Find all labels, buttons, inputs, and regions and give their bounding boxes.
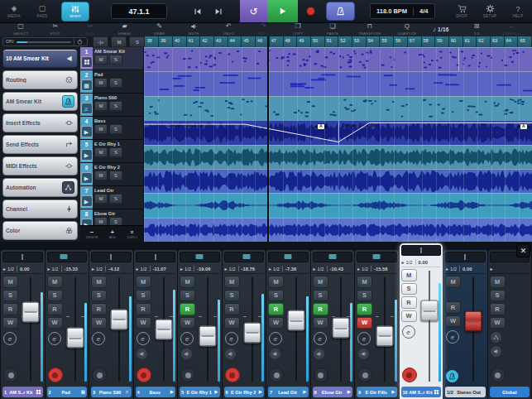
record-arm-button[interactable] xyxy=(269,368,284,382)
channel-edit-button[interactable]: e xyxy=(269,332,282,345)
volume-fader[interactable] xyxy=(332,318,349,339)
playtri-icon[interactable]: ▶ xyxy=(81,219,93,225)
tool-mute[interactable]: MUTE xyxy=(185,23,203,36)
output-routing[interactable]: ▸1/2-19.06 xyxy=(180,264,220,274)
tempo-display[interactable]: 118.0 BPM 4/4 xyxy=(370,3,435,19)
channel-edit-button[interactable]: e xyxy=(314,332,327,345)
automation-marker[interactable]: A xyxy=(517,123,530,130)
write-automation-button[interactable]: W xyxy=(2,317,18,329)
track-solo-button[interactable]: S xyxy=(109,147,122,157)
inspector-midi-effects-button[interactable]: MIDI Effects xyxy=(2,156,78,175)
output-routing[interactable]: ▸1/2-7.36 xyxy=(268,264,309,274)
mute-button[interactable]: M xyxy=(268,276,284,288)
channel-edit-button[interactable]: e xyxy=(3,332,17,345)
read-automation-button[interactable]: R xyxy=(490,303,506,315)
drumpads-icon[interactable] xyxy=(81,56,93,68)
channel-edit-button[interactable]: e xyxy=(357,332,371,345)
read-automation-button[interactable]: R xyxy=(268,303,284,315)
output-routing[interactable]: ▸1/20.00 xyxy=(401,257,442,267)
metronome-button[interactable] xyxy=(446,370,458,382)
channel-edit-button[interactable]: e xyxy=(446,330,459,344)
channel-label[interactable]: 3Piano S90♬ xyxy=(91,387,132,397)
channel-edit-button[interactable]: e xyxy=(48,332,61,345)
mute-button[interactable]: M xyxy=(357,276,372,288)
track-solo-button[interactable]: S xyxy=(109,101,122,111)
channel-label[interactable]: 8Ebow Gtr▶ xyxy=(313,387,353,397)
volume-fader[interactable] xyxy=(288,310,305,331)
read-automation-button[interactable]: R xyxy=(445,301,461,314)
tool-draw[interactable]: ✎DRAW xyxy=(151,23,169,36)
add-track-button[interactable]: +ADD xyxy=(109,229,116,239)
clip-am-smear-kit-1[interactable] xyxy=(144,48,532,71)
read-automation-button[interactable]: R xyxy=(357,303,372,315)
solo-button[interactable]: S xyxy=(357,290,372,302)
mute-button[interactable]: M xyxy=(445,276,461,288)
ruler-bar-58[interactable]: 58 xyxy=(422,36,436,47)
track-row-6[interactable]: 6▶E Gtr Rhy 2MS xyxy=(80,163,143,186)
monitor-button[interactable] xyxy=(270,349,280,359)
track-solo-button[interactable]: S xyxy=(109,124,122,134)
channel-label[interactable]: 1AM S..r Kit xyxy=(2,387,43,397)
clip-piano-s90-1[interactable] xyxy=(144,97,532,120)
tool-quantize-value[interactable]: ♪1/16 xyxy=(433,26,451,33)
ruler-bar-47[interactable]: 47 xyxy=(270,36,284,47)
channel-label[interactable]: 5E Gtr Rhy 1▶ xyxy=(180,387,220,397)
inspector-insert-effects-button[interactable]: Insert Effects xyxy=(2,113,78,132)
ruler-bar-43[interactable]: 43 xyxy=(214,36,228,47)
ruler-bar-64[interactable]: 64 xyxy=(505,36,519,47)
channel-label[interactable]: 7Lead Gtr▶ xyxy=(268,387,309,397)
track-mute-button[interactable]: M xyxy=(94,101,108,111)
pan-control[interactable] xyxy=(136,252,176,262)
solo-button[interactable]: S xyxy=(47,290,63,302)
mute-button[interactable]: M xyxy=(401,269,417,281)
record-arm-button[interactable] xyxy=(137,368,151,382)
record-arm-button[interactable] xyxy=(48,368,63,382)
solo-button[interactable]: S xyxy=(136,290,151,302)
ruler-bar-44[interactable]: 44 xyxy=(228,36,242,47)
record-arm-button[interactable] xyxy=(3,368,18,382)
channel-label[interactable]: 1/2Stereo Out xyxy=(445,387,486,397)
channel-label[interactable]: 9E Gtr Fills▶ xyxy=(357,387,397,397)
track-mute-button[interactable]: M xyxy=(94,194,108,204)
read-automation-button[interactable]: R xyxy=(224,303,240,315)
time-position-display[interactable]: 47.1.1 xyxy=(111,3,167,19)
synth-icon[interactable]: ▦ xyxy=(81,79,93,91)
clip-e-gtr-rhy-1-1[interactable] xyxy=(144,146,532,169)
ruler-bar-49[interactable]: 49 xyxy=(297,36,311,47)
track-row-5[interactable]: 5▶E Gtr Rhy 1MS xyxy=(80,140,143,163)
track-solo-button[interactable]: S xyxy=(109,194,122,204)
delete-track-button[interactable]: −DELETE xyxy=(86,229,98,239)
tool-split[interactable]: ✂SPLIT xyxy=(46,23,65,36)
ruler-bar-45[interactable]: 45 xyxy=(242,36,256,47)
record-button[interactable] xyxy=(298,0,323,22)
monitor-button[interactable] xyxy=(225,349,236,359)
track-mute-button[interactable]: M xyxy=(94,171,108,180)
write-automation-button[interactable]: W xyxy=(136,317,151,329)
solo-button[interactable]: S xyxy=(2,290,18,302)
write-automation-button[interactable]: W xyxy=(445,315,461,328)
clip-bass-1[interactable]: Smear - Bass Gtr xyxy=(144,121,338,144)
track-row-4[interactable]: 4▶BassMS xyxy=(80,117,143,140)
track-row-3[interactable]: 3♬Piano S90MS xyxy=(80,94,143,117)
channel-label[interactable]: Global xyxy=(490,387,530,397)
shop-button[interactable]: SHOP xyxy=(448,4,476,18)
volume-fader[interactable] xyxy=(22,301,40,322)
play-button[interactable] xyxy=(267,0,298,22)
ruler-bar-65[interactable]: 65 xyxy=(518,36,532,47)
ruler-bar-52[interactable]: 52 xyxy=(338,36,352,47)
write-automation-button[interactable]: W xyxy=(268,317,284,329)
write-automation-button[interactable]: W xyxy=(313,317,328,329)
monitor-button[interactable] xyxy=(314,349,324,359)
global-mute-button[interactable]: M xyxy=(111,36,127,47)
track-row-1[interactable]: 1AM Smear KitMS xyxy=(80,47,143,70)
ruler-bar-63[interactable]: 63 xyxy=(491,36,505,47)
ruler-bar-60[interactable]: 60 xyxy=(449,36,463,47)
channel-label[interactable]: 4Bass▶ xyxy=(136,387,176,397)
clip-e-gtr-rhy-2-1[interactable] xyxy=(144,170,532,193)
record-arm-button[interactable] xyxy=(225,368,240,382)
pads-button[interactable]: ▢ PADS xyxy=(28,0,56,22)
clip-bass-2[interactable]: Smear - Bass Gtr xyxy=(338,121,532,144)
playtri-icon[interactable]: ▶ xyxy=(81,172,93,184)
ruler-bar-50[interactable]: 50 xyxy=(311,36,325,47)
skip-forward-button[interactable] xyxy=(208,0,228,22)
